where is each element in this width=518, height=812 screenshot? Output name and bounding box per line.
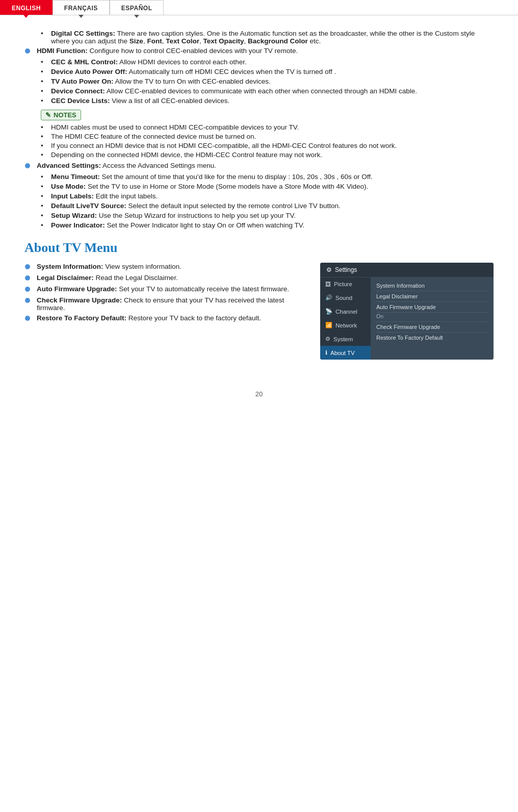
content-legal-disclaimer: Legal Disclaimer	[376, 291, 488, 302]
content-check-firmware: Check Firmware Upgrade	[376, 322, 488, 333]
system-info-item: System Information: View system informat…	[24, 263, 310, 271]
about-tv-icon: ℹ	[325, 349, 327, 356]
note-item-4: • Depending on the connected HDMI device…	[41, 151, 494, 159]
content-system-info: System Information	[376, 281, 488, 291]
system-icon: ⚙	[325, 336, 330, 342]
lang-tab-francais[interactable]: FRANÇAIS	[53, 0, 110, 15]
nav-item-network[interactable]: 📶 Network	[320, 318, 371, 332]
sound-icon: 🔊	[325, 294, 332, 301]
lang-tab-espanol[interactable]: ESPAÑOL	[110, 0, 164, 15]
digital-cc-item: • Digital CC Settings: There are two cap…	[24, 30, 494, 45]
cec-mhl-item: • CEC & MHL Control: Allow HDMI devices …	[24, 58, 494, 66]
content-restore-factory: Restore To Factory Default	[376, 333, 488, 343]
svg-point-4	[25, 287, 30, 292]
note-item-3: • If you connect an HDMI device that is …	[41, 142, 494, 149]
check-firmware-item: Check Firmware Upgrade: Check to ensure …	[24, 296, 310, 312]
network-icon: 📶	[325, 322, 332, 328]
note-item-1: • HDMI cables must be used to connect HD…	[41, 123, 494, 131]
settings-nav: 🖼 Picture 🔊 Sound 📡 Channel 📶	[320, 277, 371, 360]
digital-cc-text: Digital CC Settings: There are two capti…	[51, 30, 494, 45]
circle-bullet-sysinfo	[24, 264, 33, 271]
language-tabs: ENGLISH FRANÇAIS ESPAÑOL	[0, 0, 518, 15]
hdmi-function-item: HDMI Function: Configure how to control …	[24, 47, 494, 56]
svg-point-3	[25, 275, 30, 281]
nav-item-sound[interactable]: 🔊 Sound	[320, 291, 371, 304]
note-item-2: • The HDMI CEC feature of the connected …	[41, 133, 494, 140]
page-number: 20	[0, 390, 518, 403]
power-indicator-item: • Power Indicator: Set the Power Indicat…	[24, 221, 494, 229]
legal-disclaimer-item: Legal Disclaimer: Read the Legal Disclai…	[24, 274, 310, 283]
channel-icon: 📡	[325, 308, 332, 315]
bullet-dot: •	[41, 30, 48, 37]
settings-header: ⚙ Settings	[320, 263, 494, 277]
hdmi-function-text: HDMI Function: Configure how to control …	[37, 47, 298, 55]
settings-panel: ⚙ Settings 🖼 Picture 🔊 Sound	[320, 263, 494, 360]
restore-factory-item: Restore To Factory Default: Restore your…	[24, 314, 310, 323]
lang-tab-english[interactable]: ENGLISH	[0, 0, 53, 15]
settings-body: 🖼 Picture 🔊 Sound 📡 Channel 📶	[320, 277, 494, 360]
nav-item-about-tv[interactable]: ℹ About TV	[320, 346, 371, 360]
input-labels-item: • Input Labels: Edit the input labels.	[24, 192, 494, 200]
settings-panel-image: ⚙ Settings 🖼 Picture 🔊 Sound	[320, 263, 494, 360]
notes-list: • HDMI cables must be used to connect HD…	[41, 123, 494, 159]
default-livetv-item: • Default LiveTV Source: Select the defa…	[24, 202, 494, 210]
svg-point-0	[25, 48, 30, 54]
nav-item-system[interactable]: ⚙ System	[320, 332, 371, 346]
circle-bullet-legal	[24, 275, 33, 283]
circle-bullet-checkfirmware	[24, 297, 33, 305]
svg-point-6	[25, 316, 30, 321]
picture-icon: 🖼	[325, 281, 331, 287]
nav-label-sound: Sound	[335, 295, 352, 301]
settings-header-title: Settings	[335, 266, 357, 273]
device-auto-power-item: • Device Auto Power Off: Automatically t…	[24, 68, 494, 75]
nav-label-about-tv: About TV	[330, 350, 355, 356]
content-auto-firmware-value: On	[376, 313, 488, 322]
nav-label-channel: Channel	[335, 309, 357, 315]
notes-icon: ✎	[45, 111, 51, 119]
nav-item-picture[interactable]: 🖼 Picture	[320, 277, 371, 291]
svg-point-1	[25, 163, 30, 168]
settings-gear-icon: ⚙	[326, 266, 332, 273]
circle-bullet-restore	[24, 315, 33, 323]
circle-bullet-hdmi	[24, 48, 33, 56]
auto-firmware-item: Auto Firmware Upgrade: Set your TV to au…	[24, 285, 310, 294]
device-connect-item: • Device Connect: Allow CEC-enabled devi…	[24, 87, 494, 95]
tv-auto-power-item: • TV Auto Power On: Allow the TV to turn…	[24, 78, 494, 85]
circle-bullet-advanced	[24, 163, 33, 170]
about-tv-text-column: System Information: View system informat…	[24, 263, 310, 325]
svg-point-2	[25, 264, 30, 269]
settings-content: System Information Legal Disclaimer Auto…	[371, 277, 494, 360]
circle-bullet-autofirmware	[24, 286, 33, 294]
main-content: • Digital CC Settings: There are two cap…	[0, 15, 518, 380]
menu-timeout-item: • Menu Timeout: Set the amount of time t…	[24, 173, 494, 181]
advanced-settings-item: Advanced Settings: Access the Advanced S…	[24, 162, 494, 170]
cec-device-lists-item: • CEC Device Lists: View a list of all C…	[24, 97, 494, 105]
advanced-settings-text: Advanced Settings: Access the Advanced S…	[37, 162, 216, 169]
nav-item-channel[interactable]: 📡 Channel	[320, 304, 371, 318]
nav-label-system: System	[333, 336, 353, 342]
setup-wizard-item: • Setup Wizard: Use the Setup Wizard for…	[24, 212, 494, 219]
about-tv-menu-heading: About TV Menu	[24, 240, 494, 256]
use-mode-item: • Use Mode: Set the TV to use in Home or…	[24, 183, 494, 190]
nav-label-picture: Picture	[334, 281, 352, 287]
nav-label-network: Network	[335, 322, 357, 328]
content-auto-firmware: Auto Firmware Upgrade	[376, 302, 488, 313]
about-tv-layout: System Information: View system informat…	[24, 263, 494, 360]
svg-point-5	[25, 298, 30, 303]
notes-box: ✎ NOTES	[41, 110, 81, 120]
